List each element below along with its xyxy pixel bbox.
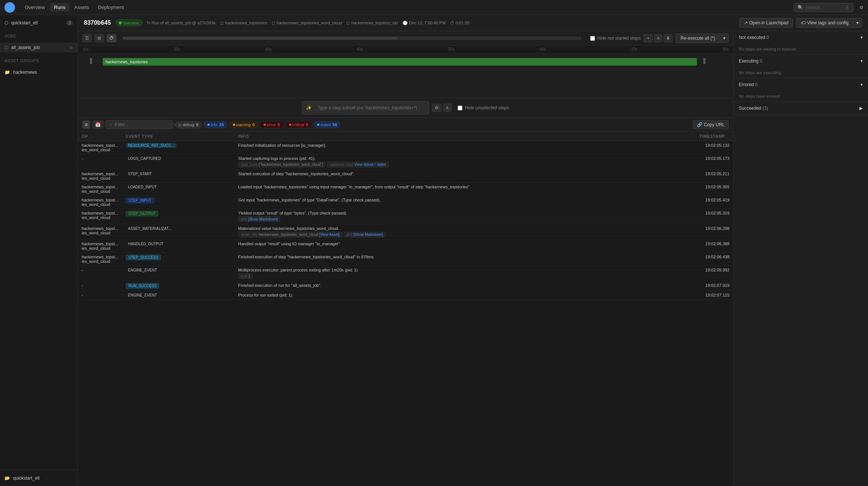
log-op-cell: - xyxy=(78,266,122,281)
event-type-badge: ASSET_MATERIALIZAT... xyxy=(126,226,174,231)
event-type-badge: LOADED_INPUT xyxy=(126,185,159,189)
timeline-grid-btn[interactable]: ⊞ xyxy=(95,34,104,42)
log-tag-warning[interactable]: warning 0 xyxy=(230,121,258,128)
right-panel: Not executed 0 ▾ No steps are waiting to… xyxy=(733,31,868,486)
global-search[interactable]: 🔍 Search... / xyxy=(793,3,853,12)
timeline-gantt-btn[interactable]: ⏱ xyxy=(107,34,116,42)
run-duration-text: 0:01:20 xyxy=(456,21,470,25)
run-asset-3[interactable]: ◻ hackernews_topstory_ids xyxy=(346,21,398,25)
view-tags-caret-button[interactable]: ▾ xyxy=(853,18,862,28)
sidebar-item-hackernews[interactable]: 📁 hackernews xyxy=(0,67,78,77)
warning-count: 0 xyxy=(252,122,255,127)
re-execute-caret-button[interactable]: ▾ xyxy=(720,33,729,43)
step-search-input[interactable] xyxy=(314,103,425,112)
hide-unselected-checkbox[interactable]: Hide unselected steps xyxy=(458,105,509,110)
log-tag-error[interactable]: error 0 xyxy=(260,121,283,128)
info-sub-key: pod 1 xyxy=(238,273,253,279)
panel-executing: Executing 0 ▾ No steps are executing xyxy=(734,55,868,78)
nav-deployment[interactable]: Deployment xyxy=(94,3,128,12)
log-info-cell: Process for run exited (pid: 1). xyxy=(234,291,696,300)
run-asset-2[interactable]: ◻ hackernews_topstories_word_cloud xyxy=(272,21,342,25)
nav-assets[interactable]: Assets xyxy=(71,3,93,12)
copy-url-icon: 🔗 xyxy=(697,122,702,127)
ruler-mark-2: 30s xyxy=(265,47,271,51)
view-tags-button[interactable]: 🏷 View tags and config xyxy=(796,18,853,28)
log-op-cell: - xyxy=(78,281,122,291)
log-tag-debug[interactable]: ▷ debug 0 xyxy=(175,121,202,128)
error-count: 0 xyxy=(278,122,280,127)
nav-overview[interactable]: Overview xyxy=(21,3,49,12)
succeeded-count: (3) xyxy=(762,106,768,111)
step-collapse-btn[interactable]: ∧ xyxy=(443,104,452,112)
timeline-bar-area[interactable]: hackernews_topstories xyxy=(90,57,729,65)
hide-not-started-input[interactable] xyxy=(590,36,595,41)
panel-wrapper: ☰ ⊞ ⏱ Hide not started steps ⚬ ≡ xyxy=(78,31,868,486)
log-tag-critical[interactable]: critical 0 xyxy=(286,121,312,128)
nav-runs[interactable]: Runs xyxy=(50,3,69,12)
logs-filter[interactable]: ⚬ ✕ xyxy=(106,120,173,129)
sidebar-bottom-workspace[interactable]: 📂 quickstart_etl xyxy=(4,474,73,482)
timeline-download-btn[interactable]: ⬇ xyxy=(664,34,673,42)
log-timestamp-cell: 19:02:05.211 xyxy=(696,170,733,183)
info-sub-link[interactable]: [Show Markdown] xyxy=(248,217,277,221)
info-label: info xyxy=(211,122,218,127)
logs-calendar-view-btn[interactable]: 📅 xyxy=(92,121,103,129)
log-op-cell: - xyxy=(78,154,122,170)
filter-input[interactable] xyxy=(115,122,171,127)
panel-errored-header[interactable]: Errored 0 ▾ xyxy=(734,78,868,91)
log-tag-info[interactable]: info 25 xyxy=(204,121,227,128)
sidebar-workspace[interactable]: ⬡ quickstart_etl 2 xyxy=(0,18,78,28)
event-type-badge: STEP_SUCCESS xyxy=(126,255,161,260)
timeline-bar-hackernews[interactable]: hackernews_topstories xyxy=(103,58,697,66)
info-sub-extra-link[interactable]: [View Asset] xyxy=(319,233,340,237)
run-job-link[interactable]: ↻ Run of all_assets_job @ a27e393e xyxy=(147,21,216,25)
ruler-mark-6: 70s xyxy=(631,47,637,51)
re-execute-button[interactable]: Re-execute all (*) xyxy=(676,33,720,43)
run-header: 8370b645 Success ↻ Run of all_assets_job… xyxy=(78,15,868,31)
timeline-list-view-btn[interactable]: ≡ xyxy=(654,34,662,42)
hide-not-started-checkbox[interactable]: Hide not started steps xyxy=(590,36,641,41)
timeline-filter-btn[interactable]: ⚬ xyxy=(644,34,653,42)
table-row: -ENGINE_EVENTProcess for run exited (pid… xyxy=(78,291,733,300)
log-event-type-cell: STEP_START xyxy=(122,170,234,183)
table-row: hackernews_topst... ies_word_cloudHANDLE… xyxy=(78,240,733,253)
hide-unselected-input[interactable] xyxy=(458,106,462,110)
log-op-cell: hackernews_topst... ies_word_cloud xyxy=(78,183,122,196)
panel-succeeded-header[interactable]: Succeeded (3) ▶ xyxy=(734,102,868,115)
run-actions: ↗ Open in Launchpad 🏷 View tags and conf… xyxy=(739,18,862,28)
asset-1-icon: ◻ xyxy=(220,21,224,25)
workspace-name: quickstart_etl xyxy=(11,20,38,25)
log-info-cell: Materialized value hackernews_topstories… xyxy=(234,224,696,240)
run-asset-1[interactable]: ◻ hackernews_topstories xyxy=(220,21,267,25)
log-info-text: Materialized value hackernews_topstories… xyxy=(238,226,692,231)
workspace-badge: 2 xyxy=(66,21,73,25)
table-row: -RUN_SUCCESSFinished execution of run fo… xyxy=(78,281,733,291)
logs-table-view-btn[interactable]: ≡ xyxy=(82,121,90,129)
log-tag-event[interactable]: event 56 xyxy=(314,121,340,128)
error-dot xyxy=(264,124,266,126)
event-type-badge: STEP_START xyxy=(126,171,154,176)
job-settings-icon[interactable]: ⊕ xyxy=(69,45,73,50)
warning-dot xyxy=(233,124,235,126)
panel-not-executed-header[interactable]: Not executed 0 ▾ xyxy=(734,31,868,44)
panel-executing-header[interactable]: Executing 0 ▾ xyxy=(734,55,868,67)
info-sub-link[interactable]: [Show Markdown] xyxy=(353,233,383,237)
step-settings-btn[interactable]: ⚙ xyxy=(432,104,441,112)
ruler-mark-5: 60s xyxy=(540,47,546,51)
sidebar-item-all-assets-job[interactable]: ⬡ all_assets_job ⊕ xyxy=(0,43,78,52)
copy-url-label: Copy URL xyxy=(704,122,725,127)
open-launchpad-button[interactable]: ↗ Open in Launchpad xyxy=(739,18,793,28)
workspace-icon: ⬡ xyxy=(4,20,8,25)
run-duration: ⏱ 0:01:20 xyxy=(450,21,470,25)
sidebar: ⬡ quickstart_etl 2 Jobs ⬡ all_assets_job… xyxy=(0,15,78,486)
table-row: hackernews_topst... ies_word_cloudSTEP_I… xyxy=(78,196,733,209)
info-sub-link[interactable]: View stdout / stderr xyxy=(354,162,386,167)
copy-url-button[interactable]: 🔗 Copy URL xyxy=(693,120,729,129)
log-info-sub: pod 1 xyxy=(238,273,692,279)
event-type-badge: RESOURCE_INIT_SUCC... xyxy=(126,143,176,148)
settings-icon[interactable]: ⚙ xyxy=(859,5,864,10)
ruler-mark-0: 10s xyxy=(82,47,88,51)
logs-area: ≡ 📅 ⚬ ✕ ▷ debug 0 info xyxy=(78,118,733,486)
log-timestamp-cell: 19:02:07.115 xyxy=(696,291,733,300)
timeline-list-btn[interactable]: ☰ xyxy=(82,34,92,42)
